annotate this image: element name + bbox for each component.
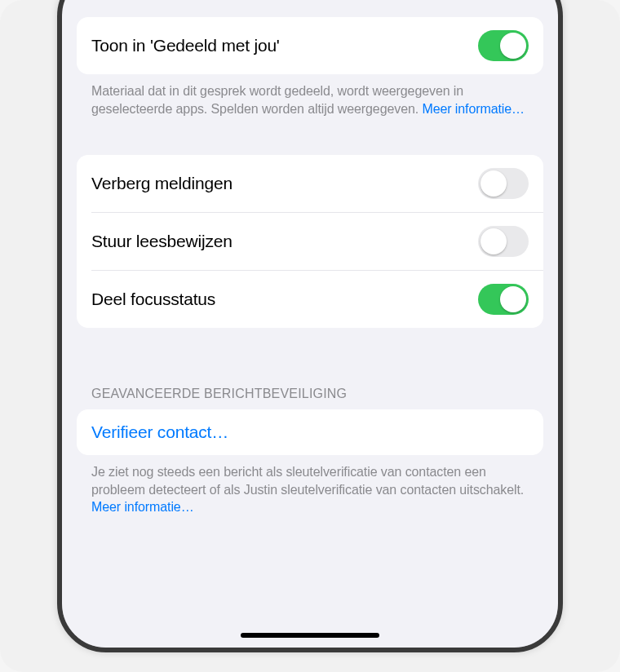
focus-status-toggle[interactable] [478,284,529,315]
read-receipts-toggle[interactable] [478,226,529,257]
security-footer-learn-more-link[interactable]: Meer informatie… [91,500,194,514]
toggle-knob [500,33,526,59]
show-in-shared-toggle[interactable] [478,30,529,61]
shared-footer-text: Materiaal dat in dit gesprek wordt gedee… [91,84,463,116]
show-in-shared-row: Toon in 'Gedeeld met jou' [77,17,543,74]
read-receipts-row: Stuur leesbewijzen [91,212,543,270]
phone-screen: Toon in 'Gedeeld met jou' Materiaal dat … [62,0,558,648]
read-receipts-label: Stuur leesbewijzen [91,232,232,251]
shared-with-you-footer: Materiaal dat in dit gesprek wordt gedee… [77,74,543,117]
hide-alerts-toggle[interactable] [478,168,529,199]
advanced-security-card: Verifieer contact… [77,409,543,455]
hide-alerts-label: Verberg meldingen [91,174,232,193]
advanced-security-header: GEAVANCEERDE BERICHTBEVEILIGING [77,387,543,409]
phone-frame: Toon in 'Gedeeld met jou' Materiaal dat … [57,0,563,652]
security-footer-text: Je ziet nog steeds een bericht als sleut… [91,465,524,497]
image-container: Toon in 'Gedeeld met jou' Materiaal dat … [0,0,620,672]
hide-alerts-row: Verberg meldingen [77,155,543,212]
focus-status-row: Deel focusstatus [91,270,543,328]
show-in-shared-label: Toon in 'Gedeeld met jou' [91,36,280,55]
shared-with-you-card: Toon in 'Gedeeld met jou' [77,17,543,74]
toggle-knob [480,170,507,197]
focus-status-label: Deel focusstatus [91,290,215,309]
toggle-knob [480,228,507,254]
verify-contact-row[interactable]: Verifieer contact… [77,409,543,455]
home-indicator[interactable] [241,633,379,638]
verify-contact-link: Verifieer contact… [91,422,228,442]
notifications-card: Verberg meldingen Stuur leesbewijzen Dee… [77,155,543,328]
advanced-security-footer: Je ziet nog steeds een bericht als sleut… [77,455,543,516]
toggle-knob [500,286,526,312]
shared-footer-learn-more-link[interactable]: Meer informatie… [422,102,525,116]
settings-content: Toon in 'Gedeeld met jou' Materiaal dat … [62,0,558,516]
